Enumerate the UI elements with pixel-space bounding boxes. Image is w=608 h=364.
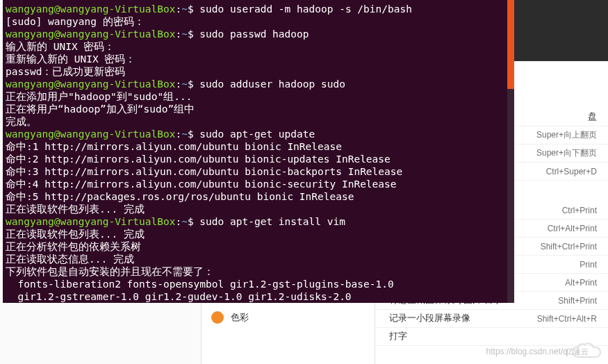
terminal-line: wangyang@wangyang-VirtualBox:~$ sudo pas… [6, 28, 511, 40]
terminal-window[interactable]: wangyang@wangyang-VirtualBox:~$ sudo use… [3, 0, 514, 303]
terminal-line: fonts-liberation2 fonts-opensymbol gir1.… [6, 278, 511, 290]
terminal-line: 正在读取状态信息... 完成 [6, 253, 511, 265]
terminal-line: 完成。 [6, 115, 511, 128]
terminal-line: wangyang@wangyang-VirtualBox:~$ sudo use… [6, 3, 511, 15]
terminal-scrollbar[interactable] [507, 0, 514, 303]
shortcut-label: 打字 [389, 331, 407, 342]
terminal-line: [sudo] wangyang 的密码： [6, 15, 511, 28]
terminal-line: 命中:5 http://packages.ros.org/ros/ubuntu … [6, 190, 511, 203]
shortcut-key: Shift+Ctrl+Print [541, 242, 597, 251]
shortcut-key: Print [580, 260, 597, 270]
category-label: 色彩 [231, 311, 249, 324]
shortcut-key: Super+向上翻页 [536, 129, 597, 141]
shortcut-key: Shift+Ctrl+Alt+R [537, 314, 597, 324]
app-headerbar [514, 0, 608, 61]
watermark-url: https://blog.csdn.net/q [486, 347, 568, 356]
terminal-scrollbar-thumb[interactable] [507, 0, 514, 89]
category-color[interactable]: 色彩 [202, 308, 375, 326]
shortcut-key: Super+向下翻页 [536, 147, 597, 159]
terminal-line: 正在将用户“hadoop”加入到“sudo”组中 [6, 103, 511, 115]
watermark: https://blog.csdn.net/q 亿速云 [486, 342, 602, 361]
terminal-line: 命中:1 http://mirrors.aliyun.com/ubuntu bi… [6, 140, 511, 153]
terminal-line: wangyang@wangyang-VirtualBox:~$ sudo add… [6, 78, 511, 90]
terminal-line: 下列软件包是自动安装的并且现在不需要了： [6, 265, 511, 278]
color-icon [211, 311, 224, 324]
terminal-line: 正在读取软件包列表... 完成 [6, 228, 511, 240]
shortcut-key: Shift+Print [558, 296, 597, 306]
shortcut-row[interactable]: 记录一小段屏幕录像Shift+Ctrl+Alt+R [375, 310, 608, 328]
watermark-brand: 亿速云 [566, 347, 589, 357]
terminal-line: gir1.2-gstreamer-1.0 gir1.2-gudev-1.0 gi… [6, 290, 511, 303]
shortcut-label: 记录一小段屏幕录像 [389, 313, 470, 324]
terminal-line: 命中:4 http://mirrors.aliyun.com/ubuntu bi… [6, 178, 511, 190]
terminal-line: 重新输入新的 UNIX 密码： [6, 53, 511, 65]
terminal-line: 正在添加用户"hadoop"到"sudo"组... [6, 90, 511, 103]
terminal-line: wangyang@wangyang-VirtualBox:~$ sudo apt… [6, 215, 511, 228]
shortcut-key: Ctrl+Super+D [546, 167, 597, 176]
terminal-line: wangyang@wangyang-VirtualBox:~$ sudo apt… [6, 128, 511, 140]
shortcut-key: Ctrl+Alt+Print [548, 224, 597, 233]
terminal-line: 正在分析软件包的依赖关系树 [6, 240, 511, 253]
shortcut-key: Alt+Print [565, 278, 597, 288]
terminal-line: passwd：已成功更新密码 [6, 65, 511, 78]
terminal-line: 命中:2 http://mirrors.aliyun.com/ubuntu bi… [6, 153, 511, 165]
shortcut-key: Ctrl+Print [562, 206, 597, 215]
terminal-line: 命中:3 http://mirrors.aliyun.com/ubuntu bi… [6, 165, 511, 178]
misc-label: 盘 [588, 111, 597, 123]
terminal-line: 正在读取软件包列表... 完成 [6, 203, 511, 215]
terminal-line: 输入新的 UNIX 密码： [6, 40, 511, 53]
terminal-content[interactable]: wangyang@wangyang-VirtualBox:~$ sudo use… [6, 3, 511, 303]
